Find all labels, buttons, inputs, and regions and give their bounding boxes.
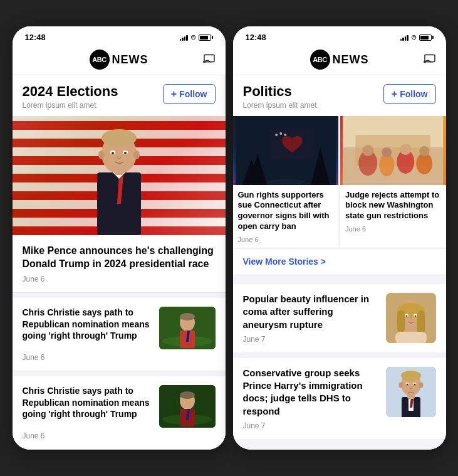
right-section-title-block: Politics Lorem ipsum elit amet	[243, 84, 317, 109]
left-article-1-row: Chris Christie says path to Republican n…	[23, 307, 216, 349]
right-view-more[interactable]: View More Stories >	[233, 248, 446, 274]
right-view-more-link[interactable]: View More Stories >	[243, 257, 436, 267]
right-standalone-2-title: Conservative group seeks Prince Harry's …	[243, 367, 377, 418]
svg-point-45	[382, 147, 392, 157]
left-follow-plus: +	[171, 88, 177, 100]
right-standalone-1-thumb	[386, 293, 436, 343]
left-follow-button[interactable]: + Follow	[163, 84, 216, 104]
left-battery-icon	[199, 34, 213, 41]
left-section-title: 2024 Elections	[23, 84, 118, 99]
svg-point-12	[98, 151, 105, 159]
left-article-1[interactable]: Chris Christie says path to Republican n…	[13, 298, 226, 371]
right-story-1-text: Gun rights supporters sue Connecticut af…	[233, 185, 339, 249]
left-status-bar: 12:48 ⊜	[13, 26, 226, 46]
left-gap-2	[13, 371, 226, 376]
right-story-2[interactable]: Judge rejects attempt to block new Washi…	[340, 116, 446, 249]
right-news-text: NEWS	[333, 53, 369, 66]
left-hero-article[interactable]: Mike Pence announces he's challenging Do…	[13, 235, 226, 293]
svg-point-72	[419, 382, 423, 388]
svg-point-44	[362, 145, 373, 156]
left-article-2-title: Chris Christie says path to Republican n…	[23, 385, 152, 421]
right-cast-icon[interactable]	[424, 53, 436, 66]
left-section-header: 2024 Elections Lorem ipsum elit amet + F…	[13, 75, 226, 115]
svg-point-71	[398, 382, 403, 388]
right-status-bar: 12:48 ⊜	[233, 26, 446, 46]
right-phone: 12:48 ⊜ ABC NEWS	[233, 26, 446, 449]
right-story-2-title: Judge rejects attempt to block new Washi…	[345, 190, 441, 222]
svg-point-27	[424, 61, 425, 62]
right-follow-button[interactable]: + Follow	[383, 84, 436, 104]
svg-rect-52	[417, 310, 425, 334]
left-article-1-img	[159, 307, 216, 349]
right-abc-logo: ABC NEWS	[310, 50, 369, 70]
right-time: 12:48	[246, 33, 266, 42]
right-top-stories: Gun rights supporters sue Connecticut af…	[233, 116, 446, 249]
svg-point-25	[180, 391, 195, 399]
right-section-title: Politics	[243, 84, 317, 99]
left-content: 2024 Elections Lorem ipsum elit amet + F…	[13, 75, 226, 449]
left-article-1-date: June 6	[23, 353, 216, 362]
left-article-2-row: Chris Christie says path to Republican n…	[23, 385, 216, 428]
right-story-2-date: June 6	[345, 225, 441, 233]
right-signal-icon	[400, 34, 409, 41]
left-follow-label: Follow	[179, 89, 207, 99]
left-article-1-thumb	[159, 307, 216, 349]
left-abc-logo: ABC NEWS	[90, 50, 148, 70]
right-story-1[interactable]: Gun rights supporters sue Connecticut af…	[233, 116, 340, 249]
right-section-header: Politics Lorem ipsum elit amet + Follow	[233, 75, 446, 115]
svg-point-56	[414, 315, 416, 317]
right-standalone-2-thumb	[386, 367, 436, 417]
svg-point-33	[275, 134, 278, 136]
left-hero-image	[13, 116, 226, 235]
left-phone: 12:48 ⊜ ABC NEWS	[13, 26, 226, 449]
right-content: Politics Lorem ipsum elit amet + Follow	[233, 75, 446, 449]
left-section-title-block: 2024 Elections Lorem ipsum elit amet	[23, 84, 118, 109]
svg-rect-51	[397, 310, 405, 332]
svg-point-13	[133, 151, 140, 159]
svg-point-55	[405, 315, 407, 317]
svg-point-36	[267, 179, 304, 184]
right-standalone-1-text: Popular beauty influencer in coma after …	[243, 293, 377, 344]
right-battery-icon	[419, 34, 434, 41]
right-follow-plus: +	[392, 88, 397, 100]
svg-point-70	[414, 383, 415, 385]
right-story-1-title: Gun rights supporters sue Connecticut af…	[238, 190, 334, 233]
svg-point-19	[180, 313, 195, 320]
svg-point-43	[416, 153, 432, 174]
svg-point-66	[401, 371, 421, 381]
svg-point-47	[419, 146, 429, 156]
right-section-subtitle: Lorem ipsum elit amet	[243, 101, 317, 110]
svg-point-7	[101, 129, 137, 147]
left-cast-icon[interactable]	[203, 53, 216, 66]
right-gap-1	[233, 274, 446, 279]
right-standalone-2[interactable]: Conservative group seeks Prince Harry's …	[233, 358, 446, 439]
left-nav-bar: ABC NEWS	[13, 46, 226, 75]
svg-point-10	[112, 152, 114, 154]
svg-point-69	[406, 383, 408, 385]
left-hero-date: June 6	[23, 275, 216, 283]
svg-point-11	[124, 152, 127, 154]
right-story-2-text: Judge rejects attempt to block new Washi…	[340, 185, 446, 238]
left-article-1-title: Chris Christie says path to Republican n…	[23, 307, 152, 342]
screens-container: 12:48 ⊜ ABC NEWS	[3, 16, 456, 459]
left-article-2-thumb	[159, 385, 216, 428]
svg-point-1	[203, 61, 204, 62]
svg-rect-58	[395, 332, 427, 343]
svg-point-46	[400, 144, 411, 155]
left-article-2[interactable]: Chris Christie says path to Republican n…	[13, 376, 226, 450]
left-time: 12:48	[25, 33, 46, 42]
left-gap-1	[13, 293, 226, 298]
right-story-1-img	[233, 116, 339, 185]
left-section-subtitle: Lorem ipsum elit amet	[23, 101, 118, 110]
right-wifi-icon: ⊜	[411, 33, 417, 41]
right-follow-label: Follow	[400, 89, 427, 99]
right-standalone-1[interactable]: Popular beauty influencer in coma after …	[233, 284, 446, 352]
right-standalone-1-title: Popular beauty influencer in coma after …	[243, 293, 377, 331]
right-story-2-img	[340, 116, 446, 185]
right-divider	[243, 352, 436, 353]
left-abc-circle: ABC	[90, 50, 110, 70]
svg-point-35	[284, 134, 286, 136]
left-wifi-icon: ⊜	[190, 33, 196, 41]
left-hero-title: Mike Pence announces he's challenging Do…	[23, 244, 216, 271]
right-standalone-1-date: June 7	[243, 335, 377, 344]
